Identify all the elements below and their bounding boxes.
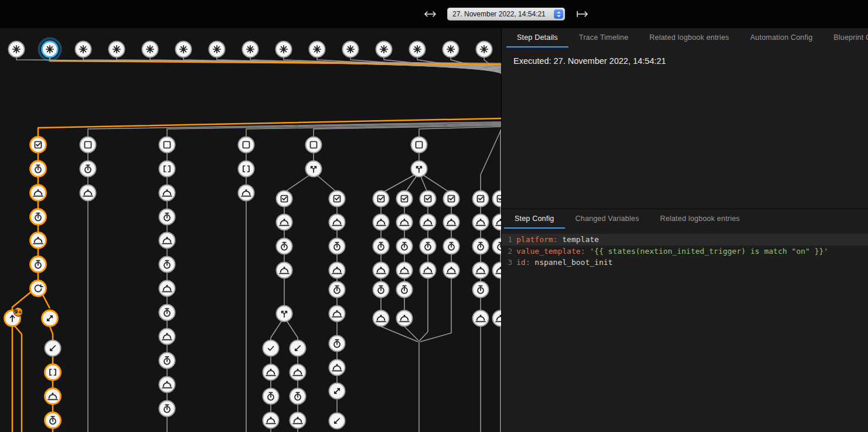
graph-node-timer[interactable] xyxy=(30,257,46,273)
graph-node-dome[interactable] xyxy=(397,311,413,326)
graph-node-timer[interactable] xyxy=(329,239,345,254)
graph-node-timer[interactable] xyxy=(473,239,489,254)
graph-node-check[interactable] xyxy=(263,341,279,356)
graph-node-timer[interactable] xyxy=(493,239,502,254)
graph-node-timer[interactable] xyxy=(397,282,413,298)
graph-node-dome[interactable] xyxy=(397,215,413,230)
graph-node-split[interactable] xyxy=(277,306,292,322)
graph-node-checkbox[interactable] xyxy=(420,191,436,207)
graph-node-asterisk[interactable] xyxy=(309,42,325,57)
graph-node-asterisk[interactable] xyxy=(142,42,158,57)
graph-node-dome[interactable] xyxy=(329,263,345,278)
graph-node-dome[interactable] xyxy=(290,365,306,380)
graph-node-dome[interactable] xyxy=(30,185,46,201)
graph-node-dome[interactable] xyxy=(473,215,489,230)
graph-node-dome[interactable] xyxy=(159,281,175,297)
graph-node-square[interactable] xyxy=(239,137,254,153)
graph-node-timer[interactable] xyxy=(30,209,46,225)
tab-step-details[interactable]: Step Details xyxy=(506,28,569,47)
next-run-button[interactable] xyxy=(573,8,591,21)
graph-node-timer[interactable] xyxy=(473,282,489,298)
graph-node-brackets[interactable] xyxy=(239,161,254,177)
graph-node-dome[interactable] xyxy=(159,185,175,201)
graph-node-timer[interactable] xyxy=(30,161,46,177)
graph-node-dome[interactable] xyxy=(373,215,389,230)
graph-node-checkbox[interactable] xyxy=(373,191,389,207)
previous-run-button[interactable] xyxy=(421,8,440,21)
graph-node-refresh[interactable] xyxy=(30,281,46,297)
graph-node-dome[interactable] xyxy=(277,263,292,278)
graph-node-dome[interactable] xyxy=(444,215,459,230)
graph-node-dome[interactable] xyxy=(329,306,345,322)
graph-node-arrow-dl[interactable] xyxy=(45,341,61,356)
graph-node-dome[interactable] xyxy=(493,263,502,278)
graph-node-brackets[interactable] xyxy=(45,365,61,380)
graph-node-timer[interactable] xyxy=(373,282,389,298)
graph-node-checkbox[interactable] xyxy=(30,137,46,153)
graph-node-dome[interactable] xyxy=(80,185,96,201)
graph-node-square[interactable] xyxy=(80,137,96,153)
graph-node-timer[interactable] xyxy=(159,257,175,273)
graph-node-dome[interactable] xyxy=(373,311,389,326)
graph-node-asterisk[interactable] xyxy=(9,42,25,57)
graph-node-checkbox[interactable] xyxy=(473,191,489,207)
graph-node-timer[interactable] xyxy=(159,209,175,225)
graph-node-dome[interactable] xyxy=(444,263,459,278)
graph-node-dome[interactable] xyxy=(159,233,175,249)
graph-node-dome[interactable] xyxy=(373,263,389,278)
graph-node-diag[interactable] xyxy=(42,311,58,326)
tab-trace-timeline[interactable]: Trace Timeline xyxy=(569,28,639,47)
graph-node-arrow-up[interactable]: 9+ xyxy=(5,308,23,326)
graph-node-asterisk[interactable] xyxy=(276,42,292,57)
graph-node-dome[interactable] xyxy=(159,377,175,393)
graph-node-arrow-dl[interactable] xyxy=(329,413,345,429)
graph-node-timer[interactable] xyxy=(277,239,292,254)
graph-node-asterisk[interactable] xyxy=(109,42,125,57)
graph-node-asterisk[interactable] xyxy=(209,42,225,57)
graph-node-dome[interactable] xyxy=(30,233,46,249)
graph-node-asterisk[interactable] xyxy=(39,39,61,60)
graph-node-checkbox[interactable] xyxy=(493,191,502,207)
graph-node-asterisk[interactable] xyxy=(376,42,392,57)
graph-node-timer[interactable] xyxy=(420,239,436,254)
graph-node-asterisk[interactable] xyxy=(243,42,258,57)
graph-node-dome[interactable] xyxy=(329,360,345,376)
graph-node-asterisk[interactable] xyxy=(443,42,459,57)
graph-node-checkbox[interactable] xyxy=(397,191,413,207)
graph-node-split[interactable] xyxy=(306,161,322,177)
graph-node-timer[interactable] xyxy=(159,305,175,321)
graph-node-dome[interactable] xyxy=(473,263,489,278)
graph-node-timer[interactable] xyxy=(80,161,96,177)
step-config-code-editor[interactable]: 1platform: template2value_template: '{{ … xyxy=(502,230,868,432)
graph-node-asterisk[interactable] xyxy=(176,42,192,57)
graph-node-timer[interactable] xyxy=(329,282,345,298)
graph-node-dome[interactable] xyxy=(397,263,413,278)
graph-node-asterisk[interactable] xyxy=(410,42,426,57)
graph-node-dome[interactable] xyxy=(263,365,279,380)
graph-node-dome[interactable] xyxy=(493,215,502,230)
graph-node-timer[interactable] xyxy=(263,389,279,404)
tab-changed-variables[interactable]: Changed Variables xyxy=(565,209,650,229)
graph-node-timer[interactable] xyxy=(444,239,459,254)
graph-node-dome[interactable] xyxy=(263,413,279,428)
graph-node-timer[interactable] xyxy=(45,413,61,428)
tab-step-config[interactable]: Step Config xyxy=(504,209,565,229)
tab-automation-config[interactable]: Automation Config xyxy=(740,28,823,47)
graph-node-dome[interactable] xyxy=(45,389,61,404)
graph-node-asterisk[interactable] xyxy=(76,42,91,57)
graph-node-dome[interactable] xyxy=(473,311,489,326)
graph-node-checkbox[interactable] xyxy=(444,191,459,207)
graph-node-square[interactable] xyxy=(159,137,175,153)
graph-node-dome[interactable] xyxy=(239,185,254,201)
graph-node-split[interactable] xyxy=(411,161,427,177)
graph-node-dome[interactable] xyxy=(420,215,436,230)
graph-node-timer[interactable] xyxy=(159,401,175,417)
graph-node-square[interactable] xyxy=(411,137,427,153)
graph-node-checkbox[interactable] xyxy=(277,191,292,207)
graph-node-asterisk[interactable] xyxy=(343,42,359,57)
graph-node-checkbox[interactable] xyxy=(329,191,345,207)
tab-related-logbook-entries[interactable]: Related logbook entries xyxy=(649,209,750,229)
graph-node-square[interactable] xyxy=(306,137,322,153)
run-select[interactable]: 27. November 2022, 14:54:21 xyxy=(447,8,565,21)
graph-node-timer[interactable] xyxy=(159,353,175,369)
